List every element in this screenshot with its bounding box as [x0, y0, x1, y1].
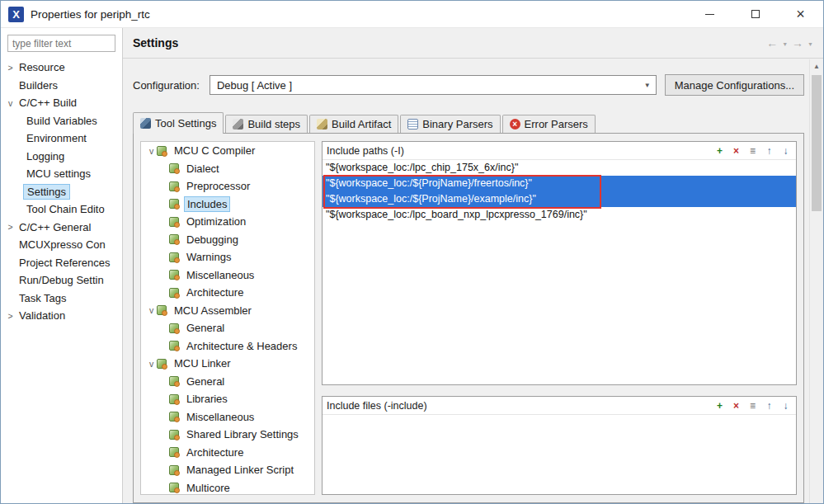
tool-tree-item[interactable]: Debugging	[141, 231, 314, 249]
sidebar-item[interactable]: MCU settings	[1, 165, 122, 183]
tool-tree-item[interactable]: v MCU C Compiler	[141, 142, 314, 160]
tool-tree-item-label: Preprocessor	[184, 179, 252, 193]
move-down-icon[interactable]: ↓	[779, 399, 792, 412]
sidebar-item[interactable]: Logging	[1, 148, 122, 166]
tool-tree-item-label: Architecture	[184, 285, 246, 299]
sidebar-item[interactable]: > Validation	[1, 307, 122, 325]
configuration-select[interactable]: Debug [ Active ] ▼	[210, 75, 657, 95]
tool-icon	[157, 359, 167, 369]
tool-tree-item[interactable]: Architecture	[141, 444, 314, 462]
page-body: Configuration: Debug [ Active ] ▼ Manage…	[123, 59, 809, 503]
sidebar-item[interactable]: Run/Debug Settin	[1, 271, 122, 290]
sidebar-item[interactable]: Task Tags	[1, 290, 122, 308]
tab-build-artifact[interactable]: Build Artifact	[309, 115, 398, 133]
tool-tree-item[interactable]: Architecture & Headers	[141, 337, 314, 356]
tab-binary-parsers[interactable]: Binary Parsers	[400, 115, 500, 133]
tool-tree-item[interactable]: Includes	[141, 195, 314, 214]
edit-icon[interactable]: ≡	[746, 144, 759, 157]
tool-tree-item[interactable]: Dialect	[141, 160, 314, 178]
sidebar-item-label: MCU settings	[23, 167, 94, 181]
expand-arrow-icon[interactable]: v	[5, 98, 16, 108]
include-path-row[interactable]: "${workspace_loc:/${ProjName}/freertos/i…	[323, 176, 796, 191]
page-header: Settings ← ▼ → ▼	[123, 28, 823, 59]
tool-tree-item[interactable]: Multicore	[141, 479, 314, 496]
tool-tree-item[interactable]: Miscellaneous	[141, 266, 314, 285]
sidebar-item[interactable]: v C/C++ Build	[1, 94, 122, 112]
tool-icon	[169, 270, 179, 280]
manage-configurations-button[interactable]: Manage Configurations...	[665, 74, 804, 96]
tool-tree-item-label: Dialect	[184, 162, 222, 176]
tab-build-steps[interactable]: Build steps	[225, 115, 308, 133]
sidebar-item[interactable]: Build Variables	[1, 112, 122, 130]
minimize-button[interactable]	[687, 1, 732, 27]
delete-icon[interactable]: ×	[730, 144, 742, 157]
sidebar-item[interactable]: Builders	[1, 77, 122, 95]
tool-tree-item[interactable]: Warnings	[141, 248, 314, 266]
tool-tree-item[interactable]: v MCU Linker	[141, 355, 314, 373]
scrollbar-thumb[interactable]	[812, 75, 822, 211]
tool-icon	[157, 146, 167, 156]
expand-arrow-icon[interactable]: >	[5, 222, 16, 232]
tab-error-parsers[interactable]: Error Parsers	[502, 115, 596, 133]
tool-tree-item[interactable]: Libraries	[141, 390, 314, 408]
close-button[interactable]: ×	[778, 1, 823, 27]
sidebar-item[interactable]: Environment	[1, 130, 122, 148]
tool-tree-item-label: General	[184, 321, 227, 335]
expand-arrow-icon[interactable]: >	[5, 311, 16, 321]
edit-icon[interactable]: ≡	[746, 399, 759, 412]
tool-tree-item[interactable]: Preprocessor	[141, 177, 314, 195]
tool-tree-item[interactable]: Architecture	[141, 284, 314, 302]
tool-icon	[169, 323, 179, 333]
sidebar-item-label: MCUXpresso Con	[16, 238, 109, 252]
include-path-row[interactable]: "${workspace_loc:/lpc_chip_175x_6x/inc}"	[323, 160, 796, 176]
tool-icon	[169, 483, 179, 492]
expand-arrow-icon[interactable]: v	[146, 359, 157, 369]
filter-input[interactable]	[7, 35, 115, 52]
tool-icon	[169, 181, 179, 191]
tool-icon	[157, 305, 167, 315]
sidebar-item[interactable]: Tool Chain Edito	[1, 200, 122, 219]
settings-tabs: Tool Settings Build steps Build Artifact	[133, 112, 809, 133]
tool-tree-item[interactable]: Miscellaneous	[141, 408, 314, 426]
add-icon[interactable]: +	[713, 399, 726, 412]
expand-arrow-icon[interactable]: >	[5, 63, 16, 73]
back-arrow-icon[interactable]: ←	[766, 36, 778, 49]
back-menu-icon[interactable]: ▼	[782, 39, 788, 47]
tool-tree-item[interactable]: General	[141, 373, 314, 391]
sidebar-item[interactable]: > C/C++ General	[1, 219, 122, 237]
include-path-row[interactable]: "${workspace_loc:/lpc_board_nxp_lpcxpres…	[323, 207, 796, 223]
expand-arrow-icon[interactable]: v	[146, 146, 157, 156]
page-navigation: ← ▼ → ▼	[766, 36, 813, 49]
maximize-button[interactable]	[732, 1, 778, 27]
tool-tree-item-label: Multicore	[184, 481, 233, 495]
tool-tree-item[interactable]: Optimization	[141, 213, 314, 231]
tool-tree-item[interactable]: General	[141, 319, 314, 337]
delete-icon[interactable]: ×	[730, 399, 742, 412]
settings-scrollbar[interactable]: ▲	[809, 59, 823, 503]
move-down-icon[interactable]: ↓	[779, 144, 792, 157]
expand-arrow-icon[interactable]: v	[146, 305, 157, 315]
move-up-icon[interactable]: ↑	[763, 144, 775, 157]
sidebar-item[interactable]: Project References	[1, 254, 122, 272]
add-icon[interactable]: +	[713, 144, 726, 157]
sidebar-item-label: Project References	[16, 256, 114, 270]
sidebar-item[interactable]: MCUXpresso Con	[1, 236, 122, 254]
forward-menu-icon[interactable]: ▼	[808, 39, 813, 47]
tab-tool-settings[interactable]: Tool Settings	[133, 112, 224, 134]
tool-tree-item[interactable]: Shared Library Settings	[141, 426, 314, 444]
include-files-toolbar: + × ≡ ↑ ↓	[713, 399, 792, 412]
move-up-icon[interactable]: ↑	[763, 399, 775, 412]
include-paths-toolbar: + × ≡ ↑ ↓	[713, 144, 792, 157]
tool-icon	[169, 163, 179, 173]
include-files-panel: Include files (-include) + × ≡	[322, 396, 797, 495]
sidebar-item[interactable]: > Resource	[1, 59, 122, 77]
sidebar-item-label: Settings	[23, 184, 70, 200]
forward-arrow-icon[interactable]: →	[792, 36, 803, 49]
tool-tree-item[interactable]: v MCU Assembler	[141, 302, 314, 320]
sidebar-item[interactable]: Settings	[1, 183, 122, 201]
tool-tree-item[interactable]: Managed Linker Script	[141, 461, 314, 479]
tool-tree-item-label: Shared Library Settings	[184, 427, 301, 441]
include-path-row[interactable]: "${workspace_loc:/${ProjName}/example/in…	[323, 191, 796, 207]
scroll-up-button[interactable]: ▲	[810, 59, 823, 73]
tool-tree-item-label: Architecture	[184, 445, 246, 459]
